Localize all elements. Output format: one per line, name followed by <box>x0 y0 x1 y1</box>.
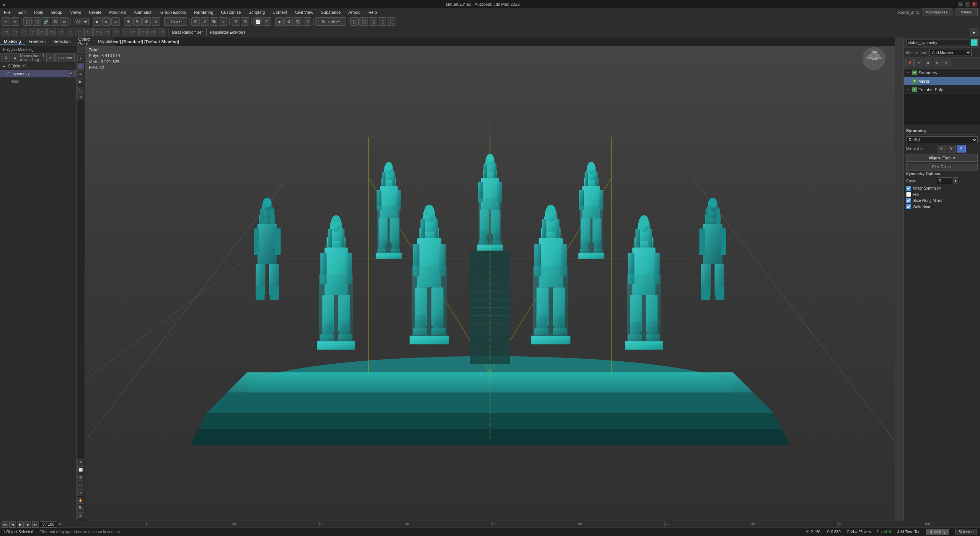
zoom-icon[interactable]: 🔍 <box>77 505 84 511</box>
play-btn[interactable]: ▶ <box>17 521 24 528</box>
nav-cube[interactable]: Top Front <box>861 45 887 72</box>
modifier-symmetry[interactable]: ▸ 👁 Symmetry <box>904 69 980 77</box>
display-panel-icon[interactable]: ☐ <box>77 86 84 93</box>
poly-model-btn4[interactable]: ⬚ <box>29 28 38 36</box>
minimize-button[interactable]: ─ <box>958 2 963 7</box>
ref-coord-btn[interactable]: View ▾ <box>164 17 187 26</box>
scene-close-btn[interactable]: ✕ <box>46 54 55 62</box>
place-btn[interactable]: ⊕ <box>152 17 160 26</box>
autokey-button[interactable]: Auto Key <box>926 529 949 535</box>
move-btn[interactable]: ✛ <box>124 17 132 26</box>
poly-model-btn6[interactable]: ⬚ <box>47 28 56 36</box>
spinner-snap-btn[interactable]: ≈ <box>219 17 227 26</box>
copy-modifier-btn[interactable]: ⧉ <box>942 59 951 67</box>
frame-counter[interactable]: 0 / 100 <box>40 521 57 528</box>
mirror-symmetry-checkbox[interactable] <box>906 186 911 191</box>
flip-checkbox[interactable] <box>906 192 911 197</box>
poly-model-btn7[interactable]: ⬚ <box>57 28 65 36</box>
poly-model-btn9[interactable]: ⬚ <box>75 28 83 36</box>
select-object-btn[interactable]: ▶ <box>93 17 101 26</box>
menu-create[interactable]: Create <box>87 9 103 15</box>
percent-snap-btn[interactable]: % <box>210 17 218 26</box>
scene-sort-btn[interactable]: ⇅ <box>2 54 10 62</box>
close-button[interactable]: ✕ <box>972 2 977 7</box>
maximize-button[interactable]: □ <box>965 2 970 7</box>
menu-tools[interactable]: Tools <box>32 9 45 15</box>
tab-freeform[interactable]: Freeform <box>25 38 50 45</box>
weld-seam-checkbox[interactable] <box>906 204 911 209</box>
poly-model-btn10[interactable]: ⬚ <box>84 28 93 36</box>
poly-model-btn17[interactable]: ⬚ <box>149 28 157 36</box>
poly-model-btn8[interactable]: ⬚ <box>66 28 74 36</box>
bind-space-warp-btn[interactable]: ∞ <box>60 17 69 26</box>
modifier-editable-poly[interactable]: ▸ 👁 Editable Poly <box>904 85 980 94</box>
axis-y-btn[interactable]: Y <box>947 145 956 152</box>
rect-select-btn[interactable]: □ <box>111 17 120 26</box>
poly-model-btn13[interactable]: ⬚ <box>112 28 120 36</box>
poly-model-btn15[interactable]: ⬚ <box>130 28 139 36</box>
hide-btn[interactable]: 👁 <box>69 71 75 76</box>
hierarchy-panel-icon[interactable]: ⊞ <box>77 70 84 77</box>
menu-rendering[interactable]: Rendering <box>193 9 215 15</box>
symmetry-type-dropdown[interactable]: Radial <box>906 136 978 143</box>
scale-btn[interactable]: ⊞ <box>142 17 151 26</box>
field-of-view-icon[interactable]: ◫ <box>77 512 84 519</box>
poly-model-btn12[interactable]: ⬚ <box>103 28 111 36</box>
menu-animation[interactable]: Animation <box>132 9 154 15</box>
window-controls[interactable]: ─ □ ✕ <box>958 2 977 7</box>
viewport-nav-icon[interactable]: ⊕ <box>77 459 84 466</box>
mirror-btn[interactable]: ⊟ <box>232 17 240 26</box>
count-input[interactable] <box>937 177 952 184</box>
render-setup-btn[interactable]: ⚙ <box>284 17 293 26</box>
poly-model-btn1[interactable]: ⬚ <box>2 28 10 36</box>
maximize-viewport-icon[interactable]: ⬜ <box>77 466 84 473</box>
object-name-field[interactable] <box>906 39 969 46</box>
scene-item-default-layer[interactable]: ▸ 0 (default) <box>0 62 76 70</box>
count-up-btn[interactable]: ▲ <box>953 177 958 184</box>
menu-help[interactable]: Help <box>367 9 379 15</box>
select-btn[interactable]: ⬚ <box>23 17 32 26</box>
undo-btn[interactable]: ↩ <box>2 17 10 26</box>
active-shade-btn[interactable]: ☐ <box>303 17 311 26</box>
modify-panel-icon[interactable]: ✏ <box>77 63 84 70</box>
pick-object-btn[interactable]: Pick Object <box>906 163 978 170</box>
angle-snap-btn[interactable]: ∠ <box>201 17 209 26</box>
menu-content[interactable]: Content <box>271 9 289 15</box>
axis-x-btn[interactable]: X <box>937 145 946 152</box>
object-color-swatch[interactable] <box>971 39 978 46</box>
menu-group[interactable]: Group <box>49 9 64 15</box>
pin-modifier-btn[interactable]: 📌 <box>905 59 914 67</box>
extra-btn4[interactable]: ⬚ <box>378 17 386 26</box>
select-by-name-btn[interactable]: ≡ <box>102 17 111 26</box>
menu-views[interactable]: Views <box>69 9 83 15</box>
tab-object-paint[interactable]: Object Paint <box>75 36 95 48</box>
next-frame-btn[interactable]: ▶ <box>24 521 31 528</box>
link-btn[interactable]: 🔗 <box>42 17 50 26</box>
scene-frozen-btn[interactable]: A Frozen <box>56 54 75 62</box>
poly-model-btn5[interactable]: ⬚ <box>38 28 47 36</box>
modifier-mirror[interactable]: ▸ 👁 Mirror <box>904 77 980 85</box>
align-to-face-btn[interactable]: Align to Face ⚙ <box>906 154 978 162</box>
zoom-extent-all-icon[interactable]: ⊟ <box>77 482 84 488</box>
create-panel-icon[interactable]: + <box>77 55 84 62</box>
poly-model-btn14[interactable]: ⬚ <box>121 28 129 36</box>
poly-model-btn3[interactable]: ⬚ <box>20 28 28 36</box>
modifier-list-dropdown[interactable]: Add Modifier... <box>929 49 972 56</box>
delete-modifier-btn[interactable]: 🗑 <box>924 59 932 67</box>
menu-customize[interactable]: Customize <box>219 9 242 15</box>
timeline-track[interactable]: 0102030405060708090100 <box>59 521 980 528</box>
pan-icon[interactable]: ✋ <box>77 497 84 504</box>
poly-model-btn11[interactable]: ⬚ <box>93 28 102 36</box>
curve-editor-btn[interactable]: 📈 <box>253 17 262 26</box>
goto-start-btn[interactable]: ⏮ <box>2 521 8 528</box>
menu-civil-view[interactable]: Civil View <box>294 9 315 15</box>
settings-modifier-btn[interactable]: ⚙ <box>933 59 941 67</box>
poly-model-btn18[interactable]: ⬚ <box>158 28 166 36</box>
axis-z-btn[interactable]: Z <box>957 145 966 152</box>
menu-graph-editors[interactable]: Graph Editors <box>159 9 188 15</box>
rotate-btn[interactable]: ↻ <box>133 17 142 26</box>
schematic-view-btn[interactable]: ⬡ <box>263 17 271 26</box>
extra-btn5[interactable]: ⬚ <box>387 17 395 26</box>
named-sel-btn[interactable]: Symmetry ▾ <box>315 17 346 26</box>
material-editor-btn[interactable]: ◈ <box>275 17 284 26</box>
